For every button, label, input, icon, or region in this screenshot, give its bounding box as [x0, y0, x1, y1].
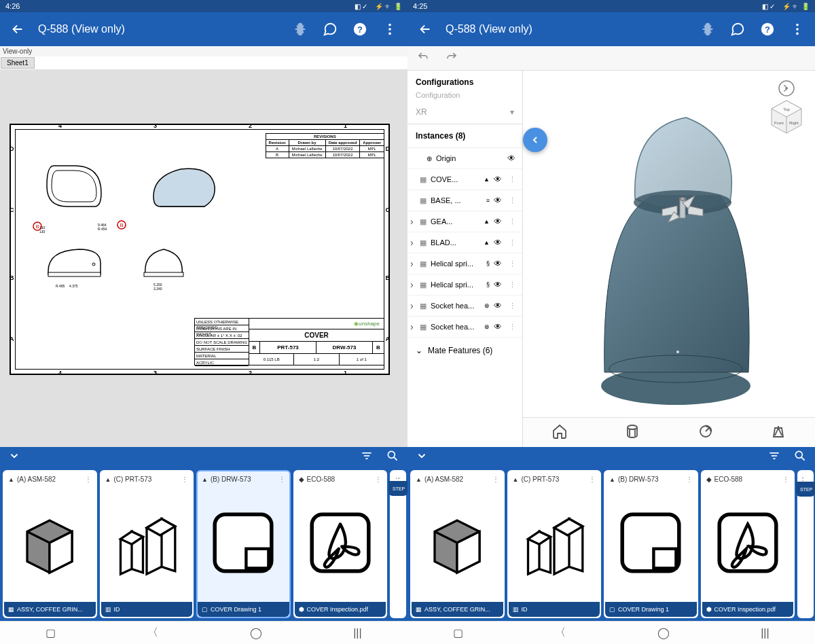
- nav-home-icon[interactable]: ◯: [657, 626, 670, 639]
- instance-row[interactable]: ›▦GEA...▲⋮: [408, 211, 522, 232]
- instance-row[interactable]: ▦COVE...▲⋮: [408, 169, 522, 190]
- redo-icon[interactable]: [444, 51, 459, 66]
- nav-back-icon[interactable]: 〈: [147, 626, 158, 640]
- config-dropdown[interactable]: XR▾: [408, 105, 522, 124]
- tabs-collapse-chevron[interactable]: [416, 450, 428, 465]
- tabs-collapse-chevron[interactable]: [8, 450, 20, 465]
- drawing-canvas[interactable]: 4 3 2 1 4 3 2 1 D C B A D C B A REVISION…: [0, 69, 408, 447]
- overflow-menu[interactable]: [380, 20, 399, 39]
- android-nav-right: ▢ 〈 ◯ |||: [408, 621, 815, 644]
- tabs-toolbar-right: [408, 447, 815, 467]
- view-tools-row: [523, 417, 815, 447]
- doc-title: Q-588 (View only): [446, 23, 687, 35]
- mate-features-row[interactable]: ⌄Mate Features (6): [408, 338, 522, 363]
- nav-overview-icon[interactable]: |||: [353, 627, 361, 639]
- svg-line-45: [801, 457, 805, 461]
- instance-row[interactable]: ›▦BLAD...▲⋮: [408, 232, 522, 253]
- config-label: Configuration: [408, 91, 522, 105]
- filter-icon[interactable]: [767, 449, 781, 465]
- mass-props-icon[interactable]: [770, 423, 786, 442]
- thumb-partial[interactable]: ⋮ STEP: [797, 470, 814, 618]
- side-view-sketch: [45, 244, 106, 281]
- tab-thumbnails-right: (A) ASM-582⋮ ▦ ASSY, COFFEE GRIN... (C) …: [408, 467, 815, 621]
- thumb-prt[interactable]: (C) PRT-573⋮ ▥ ID: [507, 470, 602, 618]
- visibility-toggle[interactable]: [494, 196, 505, 205]
- thumb-drw[interactable]: (B) DRW-573⋮ ▢ COVER Drawing 1: [604, 470, 698, 618]
- nav-recent-icon[interactable]: ▢: [453, 626, 463, 639]
- iso-view-sketch: [147, 162, 221, 217]
- nav-back-icon[interactable]: 〈: [555, 626, 566, 640]
- thumb-partial[interactable]: ⋮ STEP: [390, 470, 406, 618]
- visibility-toggle[interactable]: [507, 154, 518, 163]
- comment-icon[interactable]: [728, 20, 747, 39]
- svg-point-26: [785, 87, 788, 90]
- search-icon[interactable]: [386, 449, 399, 465]
- row-menu[interactable]: ⋮: [509, 281, 518, 289]
- nav-recent-icon[interactable]: ▢: [46, 626, 56, 639]
- filter-icon[interactable]: [360, 449, 374, 465]
- 3d-view-area: Configurations Configuration XR▾ Instanc…: [408, 46, 815, 447]
- thumb-prt[interactable]: (C) PRT-573⋮ ▥ ID: [100, 470, 194, 618]
- thumb-asm[interactable]: (A) ASM-582⋮ ▦ ASSY, COFFEE GRIN...: [3, 470, 97, 618]
- instance-row[interactable]: ›▦Helical spri...§⋮: [408, 274, 522, 296]
- panel-collapse-button[interactable]: [523, 128, 547, 152]
- svg-text:?: ?: [357, 24, 363, 35]
- title-block: UNLESS OTHERWISE SPECIFIED DIMENSIONS AR…: [194, 318, 384, 365]
- back-button[interactable]: [8, 20, 27, 39]
- sheet-tab[interactable]: Sheet1: [1, 57, 35, 69]
- thumb-drw[interactable]: (B) DRW-573⋮ ▢ COVER Drawing 1: [196, 470, 291, 618]
- help-icon[interactable]: ?: [758, 20, 777, 39]
- svg-text:B: B: [36, 224, 39, 229]
- svg-text:Right: Right: [789, 121, 799, 125]
- visibility-toggle[interactable]: [494, 259, 505, 268]
- row-menu[interactable]: ⋮: [509, 175, 518, 184]
- tab-thumbnails-left: (A) ASM-582⋮ ▦ ASSY, COFFEE GRIN... (C) …: [0, 467, 408, 621]
- instance-row[interactable]: ›▦Helical spri...§⋮: [408, 253, 522, 274]
- comment-icon[interactable]: [321, 20, 340, 39]
- undo-redo-bar: [408, 46, 815, 71]
- row-menu[interactable]: ⋮: [509, 238, 518, 247]
- bug-icon[interactable]: [291, 20, 310, 39]
- visibility-toggle[interactable]: [494, 301, 505, 310]
- thumb-asm[interactable]: (A) ASM-582⋮ ▦ ASSY, COFFEE GRIN...: [410, 470, 505, 618]
- row-menu[interactable]: ⋮: [509, 217, 518, 226]
- svg-line-40: [706, 428, 709, 431]
- visibility-toggle[interactable]: [494, 322, 505, 332]
- left-pane: 4:26 ◧ ✓ ⚡ ᯤ 🔋 Q-588 (View only) ? View-…: [0, 0, 408, 644]
- nav-home-icon[interactable]: ◯: [250, 626, 262, 639]
- visibility-toggle[interactable]: [494, 238, 505, 247]
- instances-panel: Configurations Configuration XR▾ Instanc…: [408, 71, 523, 447]
- row-menu[interactable]: ⋮: [509, 196, 518, 205]
- app-bar-left: Q-588 (View only) ?: [0, 12, 408, 46]
- instance-row[interactable]: ▦BASE, ...≡⋮: [408, 190, 522, 211]
- nav-overview-icon[interactable]: |||: [761, 627, 769, 639]
- undo-icon[interactable]: [416, 51, 431, 66]
- visibility-toggle[interactable]: [494, 280, 505, 289]
- instance-row[interactable]: ›▦Socket hea...⊗⋮: [408, 296, 522, 317]
- row-menu[interactable]: ⋮: [509, 260, 518, 268]
- bug-icon[interactable]: [698, 20, 717, 39]
- help-icon[interactable]: ?: [350, 20, 369, 39]
- 3d-model-render[interactable]: [570, 101, 788, 413]
- section-view-icon[interactable]: [624, 423, 640, 442]
- row-menu[interactable]: ⋮: [509, 302, 518, 310]
- measure-icon[interactable]: [698, 423, 714, 442]
- overflow-menu[interactable]: [788, 20, 807, 39]
- instances-header: Instances (8): [408, 124, 522, 148]
- thumb-pdf[interactable]: ◆ECO-588⋮ ⬢ COVER Inspection.pdf: [293, 470, 388, 618]
- svg-rect-7: [144, 272, 183, 276]
- svg-point-15: [388, 451, 395, 458]
- row-menu[interactable]: ⋮: [509, 323, 518, 332]
- thumb-pdf[interactable]: ◆ECO-588⋮ ⬢ COVER Inspection.pdf: [701, 470, 795, 618]
- svg-rect-46: [622, 514, 679, 571]
- search-icon[interactable]: [793, 449, 807, 465]
- view-only-label: View-only: [0, 46, 408, 56]
- visibility-toggle[interactable]: [494, 217, 505, 226]
- android-nav-left: ▢ 〈 ◯ |||: [0, 621, 408, 644]
- back-button[interactable]: [416, 20, 435, 39]
- origin-row[interactable]: ⊕Origin: [408, 148, 522, 169]
- instance-row[interactable]: ›▦Socket hea...⊗⋮: [408, 317, 522, 338]
- app-bar-right: Q-588 (View only) ?: [408, 12, 815, 46]
- home-view-icon[interactable]: [551, 423, 568, 442]
- visibility-toggle[interactable]: [494, 175, 505, 184]
